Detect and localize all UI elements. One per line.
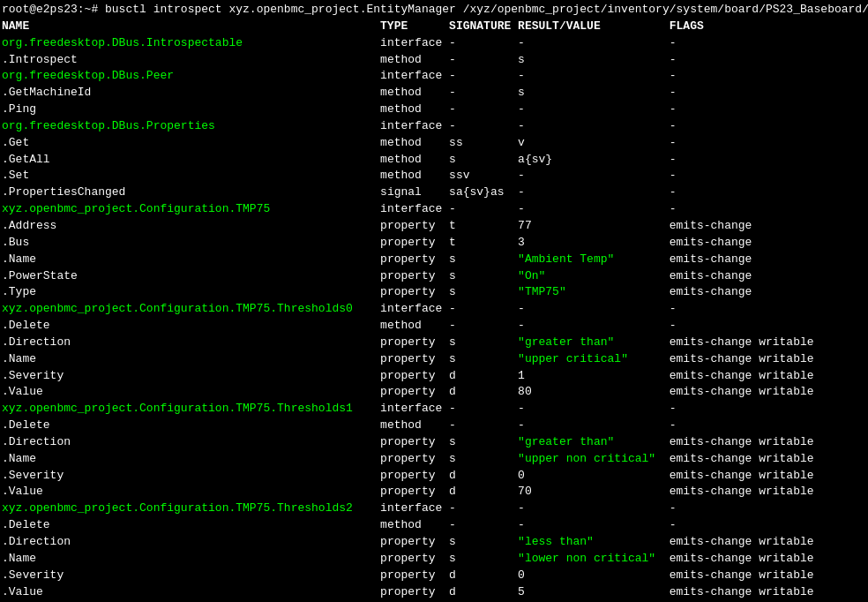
row-value: - xyxy=(518,501,670,515)
table-row: .Value property d 70 emits-change writab… xyxy=(0,484,868,500)
table-row: .Set method ssv - - xyxy=(0,168,868,184)
row-type: property xyxy=(380,535,449,548)
table-row: .Name property s "Ambient Temp" emits-ch… xyxy=(0,252,868,268)
row-value: "On" xyxy=(518,269,670,282)
row-value: - xyxy=(518,302,670,315)
row-sig: s xyxy=(449,269,518,282)
row-name: .Type xyxy=(2,285,380,298)
row-type: property xyxy=(380,485,449,498)
row-value: - xyxy=(518,202,670,215)
table-row: .Direction property s "greater than" emi… xyxy=(0,335,868,351)
row-name: .Get xyxy=(2,136,380,149)
row-sig: s xyxy=(449,535,518,548)
table-row: xyz.openbmc_project.Configuration.TMP75.… xyxy=(0,500,868,517)
row-value: "greater than" xyxy=(518,335,670,349)
row-value: - xyxy=(518,119,670,132)
row-sig: ss xyxy=(449,136,518,149)
table-row: .Introspect method - s - xyxy=(0,52,868,69)
row-type: method xyxy=(380,518,449,531)
row-flags: - xyxy=(670,202,677,215)
row-type: interface xyxy=(380,36,449,49)
row-name: .Ping xyxy=(2,102,380,116)
table-row: .Value property d 80 emits-change writab… xyxy=(0,384,868,401)
row-flags: emits-change writable xyxy=(670,535,814,548)
row-name: .Introspect xyxy=(2,53,380,66)
row-sig: d xyxy=(449,585,518,598)
row-name: .Severity xyxy=(2,568,380,582)
row-name: .Name xyxy=(2,352,380,365)
table-row: .Ping method - - - xyxy=(0,102,868,118)
row-name: org.freedesktop.DBus.Peer xyxy=(2,69,380,82)
table-row: .GetMachineId method - s - xyxy=(0,85,868,102)
table-row: org.freedesktop.DBus.Properties interfac… xyxy=(0,118,868,135)
row-type: method xyxy=(380,418,449,432)
table-row: .PropertiesChanged signal sa{sv}as - - xyxy=(0,184,868,201)
table-row: .Delete method - - - xyxy=(0,318,868,335)
row-sig: t xyxy=(449,219,518,232)
row-sig: - xyxy=(449,86,518,99)
row-flags: emits-change writable xyxy=(670,352,814,365)
row-name: org.freedesktop.DBus.Properties xyxy=(2,119,380,132)
row-name: xyz.openbmc_project.Configuration.TMP75.… xyxy=(2,302,380,315)
row-type: property xyxy=(380,385,449,398)
row-name: .Severity xyxy=(2,469,380,482)
row-value: 3 xyxy=(518,236,670,249)
row-value: - xyxy=(518,518,670,531)
row-sig: - xyxy=(449,69,518,82)
row-value: s xyxy=(518,86,670,99)
row-type: property xyxy=(380,435,449,448)
row-flags: emits-change xyxy=(670,252,752,266)
row-sig: d xyxy=(449,369,518,382)
row-sig: s xyxy=(449,252,518,266)
row-flags: - xyxy=(670,418,677,432)
row-flags: emits-change writable xyxy=(670,568,814,582)
row-sig: d xyxy=(449,485,518,498)
table-row: .Severity property d 0 emits-change writ… xyxy=(0,468,868,485)
row-value: 0 xyxy=(518,568,670,582)
row-name: .Direction xyxy=(2,535,380,548)
row-value: - xyxy=(518,319,670,332)
row-sig: - xyxy=(449,302,518,315)
table-row: org.freedesktop.DBus.Introspectable inte… xyxy=(0,35,868,52)
row-flags: - xyxy=(670,153,677,166)
row-value: - xyxy=(518,169,670,182)
row-value: "less than" xyxy=(518,535,670,548)
row-value: 70 xyxy=(518,485,670,498)
row-type: signal xyxy=(380,185,449,199)
table-row: .PowerState property s "On" emits-change xyxy=(0,268,868,285)
row-type: property xyxy=(380,369,449,382)
row-flags: - xyxy=(670,36,677,49)
row-name: .Set xyxy=(2,169,380,182)
row-name: .Direction xyxy=(2,335,380,349)
row-value: "TMP75" xyxy=(518,285,670,298)
row-type: property xyxy=(380,269,449,282)
row-flags: - xyxy=(670,185,677,199)
table-row: .Value property d 5 emits-change writabl… xyxy=(0,584,868,601)
row-flags: emits-change writable xyxy=(670,452,814,465)
row-sig: s xyxy=(449,552,518,565)
row-name: .GetMachineId xyxy=(2,86,380,99)
row-name: xyz.openbmc_project.Configuration.TMP75.… xyxy=(2,501,380,515)
row-value: - xyxy=(518,102,670,116)
row-sig: - xyxy=(449,402,518,415)
row-value: "upper critical" xyxy=(518,352,670,365)
row-flags: emits-change xyxy=(670,285,752,298)
row-sig: - xyxy=(449,418,518,432)
row-flags: - xyxy=(670,69,677,82)
row-sig: - xyxy=(449,53,518,66)
row-type: interface xyxy=(380,119,449,132)
row-name: .Delete xyxy=(2,418,380,432)
table-row: .Address property t 77 emits-change xyxy=(0,218,868,235)
row-name: .Severity xyxy=(2,369,380,382)
row-sig: s xyxy=(449,335,518,349)
row-flags: - xyxy=(670,86,677,99)
row-name: .GetAll xyxy=(2,153,380,166)
row-value: a{sv} xyxy=(518,153,670,166)
row-type: property xyxy=(380,252,449,266)
row-name: .Name xyxy=(2,452,380,465)
row-type: property xyxy=(380,236,449,249)
row-flags: emits-change writable xyxy=(670,552,814,565)
row-sig: - xyxy=(449,36,518,49)
row-value: 80 xyxy=(518,385,670,398)
row-flags: emits-change writable xyxy=(670,585,814,598)
